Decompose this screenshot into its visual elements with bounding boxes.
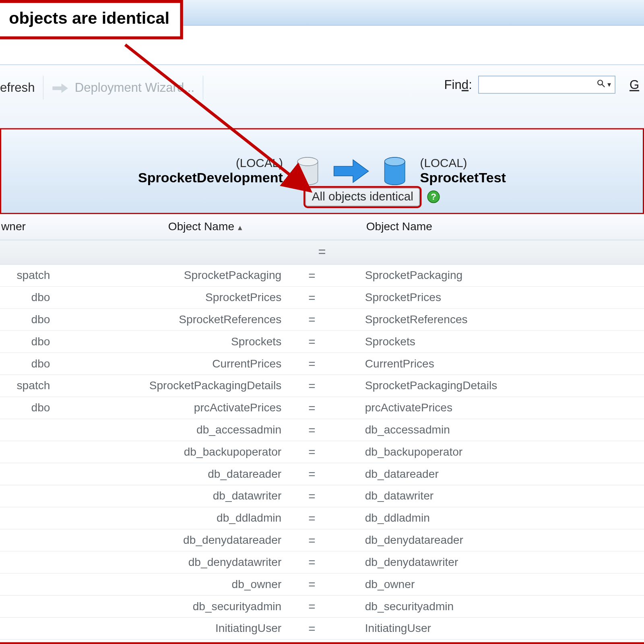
source-db-block: (LOCAL) SprocketDevelopment <box>138 156 283 186</box>
equals-icon: = <box>287 489 335 503</box>
annotation-text: objects are identical <box>9 9 169 27</box>
grid-rows: spatchSprocketPackaging=SprocketPackagin… <box>0 265 644 640</box>
equals-icon: = <box>287 467 335 481</box>
equals-icon: = <box>287 357 335 371</box>
cell-object-left: Sprockets <box>54 335 287 349</box>
equals-icon: = <box>318 244 326 260</box>
table-row[interactable]: spatchSprocketPackaging=SprocketPackagin… <box>0 265 644 287</box>
col-header-object-right[interactable]: Object Name <box>336 220 644 233</box>
annotation-callout: objects are identical <box>0 0 183 39</box>
table-row[interactable]: dboSprocketPrices=SprocketPrices <box>0 287 644 309</box>
equals-icon: = <box>287 511 335 525</box>
find-input[interactable]: ▾ <box>478 76 615 93</box>
target-db-name: SprocketTest <box>420 170 506 186</box>
cell-object-left: InitiatingUser <box>54 622 287 635</box>
equals-icon: = <box>287 445 335 459</box>
cell-owner: dbo <box>0 313 54 326</box>
cell-object-right: SprocketPrices <box>335 291 644 304</box>
cell-owner: spatch <box>0 269 54 282</box>
table-row[interactable]: dboprcActivatePrices=prcActivatePrices <box>0 397 644 419</box>
equals-icon: = <box>287 268 335 282</box>
target-db-block: (LOCAL) SprocketTest <box>420 156 506 186</box>
annotation-bottom-line <box>0 642 644 644</box>
target-local-label: (LOCAL) <box>420 156 506 170</box>
table-row[interactable]: dboSprockets=Sprockets <box>0 331 644 353</box>
table-row[interactable]: dboSprocketReferences=SprocketReferences <box>0 309 644 331</box>
find-label: Find: <box>444 78 472 92</box>
refresh-button[interactable]: efresh <box>0 76 44 99</box>
cell-object-right: db_denydatareader <box>335 534 644 547</box>
cell-owner: dbo <box>0 401 54 415</box>
svg-point-4 <box>298 157 318 166</box>
table-row[interactable]: db_datawriter=db_datawriter <box>0 485 644 508</box>
table-row[interactable]: db_backupoperator=db_backupoperator <box>0 441 644 463</box>
cell-object-left: SprocketPackaging <box>54 269 287 282</box>
cell-object-right: db_securityadmin <box>335 600 644 613</box>
cell-object-left: SprocketPrices <box>54 291 287 304</box>
group-identical-row[interactable]: = <box>0 240 644 265</box>
cell-object-left: db_backupoperator <box>54 446 287 459</box>
cell-object-right: db_datareader <box>335 467 644 481</box>
arrow-right-icon <box>52 82 68 93</box>
grid-header: wner Object Name▴ Object Name <box>0 213 644 240</box>
cell-object-right: SprocketReferences <box>335 313 644 326</box>
cell-object-left: db_owner <box>54 578 287 591</box>
direction-arrow-icon <box>333 159 370 184</box>
table-row[interactable]: db_datareader=db_datareader <box>0 463 644 485</box>
sort-asc-icon: ▴ <box>238 223 242 232</box>
table-row[interactable]: db_owner=db_owner <box>0 574 644 596</box>
equals-icon: = <box>287 401 335 415</box>
cell-object-left: db_securityadmin <box>54 600 287 613</box>
help-icon[interactable]: ? <box>427 190 440 204</box>
chevron-down-icon[interactable]: ▾ <box>607 80 611 89</box>
svg-text:?: ? <box>431 192 436 202</box>
database-icon-source <box>296 157 320 186</box>
table-row[interactable]: db_ddladmin=db_ddladmin <box>0 508 644 530</box>
database-icon-target <box>383 157 407 186</box>
cell-object-left: SprocketPackagingDetails <box>54 379 287 392</box>
cell-object-left: db_datareader <box>54 467 287 481</box>
cell-object-right: db_owner <box>335 578 644 591</box>
status-text: All objects identical <box>312 190 413 203</box>
cell-object-right: SprocketPackaging <box>335 269 644 282</box>
status-identical[interactable]: All objects identical <box>305 188 420 206</box>
cell-object-right: db_accessadmin <box>335 423 644 437</box>
comparison-header: (LOCAL) SprocketDevelopment <box>0 129 644 213</box>
equals-icon: = <box>287 335 335 349</box>
deployment-wizard-button[interactable]: Deployment Wizard... <box>44 76 204 99</box>
cell-object-left: prcActivatePrices <box>54 401 287 415</box>
table-row[interactable]: dboCurrentPrices=CurrentPrices <box>0 353 644 375</box>
cell-object-left: db_denydatareader <box>54 534 287 547</box>
table-row[interactable]: db_denydatareader=db_denydatareader <box>0 530 644 552</box>
equals-icon: = <box>287 621 335 635</box>
cell-object-right: InitiatingUser <box>335 622 644 635</box>
table-row[interactable]: db_accessadmin=db_accessadmin <box>0 419 644 441</box>
cell-object-right: SprocketPackagingDetails <box>335 379 644 392</box>
cell-object-right: db_ddladmin <box>335 512 644 525</box>
table-row[interactable]: spatchSprocketPackagingDetails=SprocketP… <box>0 375 644 397</box>
source-local-label: (LOCAL) <box>138 156 283 170</box>
equals-icon: = <box>287 291 335 304</box>
svg-point-1 <box>598 80 603 85</box>
g-link[interactable]: G <box>630 78 639 92</box>
cell-object-right: prcActivatePrices <box>335 401 644 415</box>
equals-icon: = <box>287 555 335 569</box>
cell-object-right: Sprockets <box>335 335 644 349</box>
deployment-wizard-label: Deployment Wizard... <box>75 80 194 95</box>
table-row[interactable]: db_securityadmin=db_securityadmin <box>0 596 644 618</box>
cell-object-left: db_denydatawriter <box>54 556 287 569</box>
find-group: Find: ▾ G <box>444 76 640 93</box>
refresh-label: efresh <box>0 80 35 95</box>
cell-owner: dbo <box>0 335 54 349</box>
cell-object-left: db_accessadmin <box>54 423 287 437</box>
col-header-object-left[interactable]: Object Name▴ <box>55 220 289 233</box>
equals-icon: = <box>287 533 335 547</box>
equals-icon: = <box>287 313 335 326</box>
cell-object-left: db_datawriter <box>54 489 287 503</box>
search-icon <box>597 79 605 90</box>
col-header-owner[interactable]: wner <box>0 220 55 233</box>
equals-icon: = <box>287 379 335 392</box>
table-row[interactable]: db_denydatawriter=db_denydatawriter <box>0 551 644 574</box>
table-row[interactable]: InitiatingUser=InitiatingUser <box>0 618 644 640</box>
equals-icon: = <box>287 578 335 591</box>
